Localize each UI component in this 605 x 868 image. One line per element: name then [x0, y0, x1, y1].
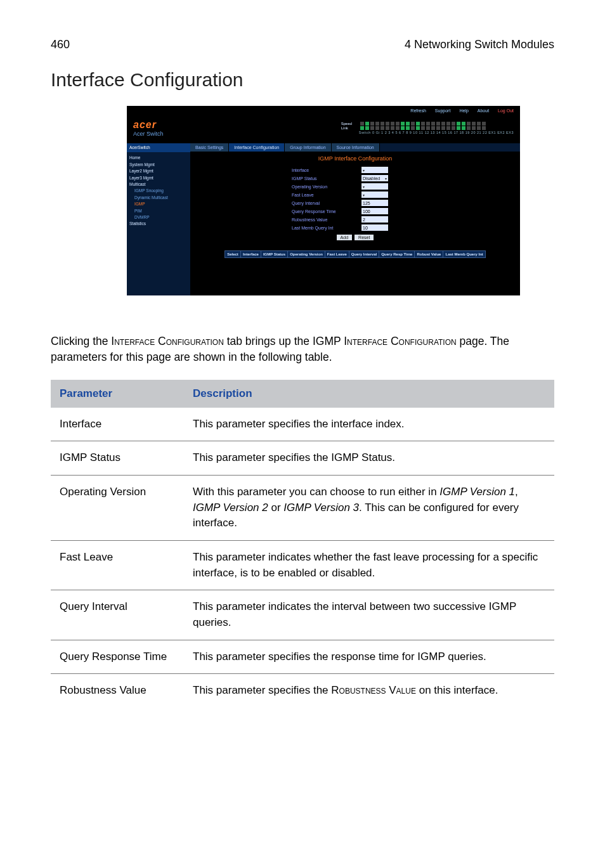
chevron-down-icon: ▾ — [363, 193, 365, 197]
desc-cell: This parameter specifies the Robustness … — [184, 674, 554, 708]
result-header: Fast Leave — [325, 251, 349, 258]
sidebar-item[interactable]: IGMP Snooping — [129, 188, 188, 194]
result-header: Robust Value — [415, 251, 443, 258]
sidebar-item[interactable]: PIM — [129, 208, 188, 214]
sidebar-item[interactable]: DVMRP — [129, 214, 188, 221]
text-fragment: , — [515, 486, 518, 498]
sidebar-item[interactable]: Statistics — [129, 221, 188, 227]
select-field[interactable]: Disabled▾ — [361, 175, 388, 181]
about-link[interactable]: About — [478, 108, 489, 113]
table-row: Query Response Time This parameter speci… — [51, 640, 554, 674]
speed-label: Speed — [341, 122, 359, 126]
text-fragment: This parameter specifies the — [193, 684, 331, 696]
select-field[interactable]: ▾ — [361, 183, 388, 190]
sidebar-item[interactable]: Layer3 Mgmt — [129, 175, 188, 181]
form-label: Operating Version — [292, 185, 361, 189]
desc-cell: With this parameter you can choose to ru… — [184, 476, 554, 541]
add-button[interactable]: Add — [337, 235, 352, 240]
italic-text: IGMP Version 3 — [283, 502, 359, 514]
select-field[interactable]: ▾ — [361, 167, 388, 173]
screenshot-topbar: Refresh Support Help About Log Out — [127, 106, 520, 115]
table-row: Interface This parameter specifies the i… — [51, 408, 554, 441]
page-header: 460 4 Networking Switch Modules — [51, 38, 554, 51]
text-fragment: on this interface. — [416, 684, 498, 696]
desc-cell: This parameter indicates whether the fas… — [184, 540, 554, 590]
tab[interactable]: Group Information — [285, 143, 331, 152]
desc-cell: This parameter specifies the interface i… — [184, 408, 554, 441]
result-header: Operating Version — [288, 251, 325, 258]
result-header: Select — [225, 251, 241, 258]
tab[interactable]: Basic Settings — [190, 143, 229, 152]
reset-button[interactable]: Reset — [355, 235, 374, 240]
result-header: Last Memb Query Int — [443, 251, 485, 258]
chevron-down-icon: ▾ — [363, 185, 365, 189]
sidebar-item[interactable]: Layer2 Mgmt — [129, 168, 188, 174]
text-field[interactable]: 100 — [361, 208, 388, 214]
table-row: IGMP Status This parameter specifies the… — [51, 441, 554, 476]
result-header: IGMP Status — [261, 251, 287, 258]
smallcaps-text: Robustness Value — [331, 684, 416, 696]
result-header: Interface — [240, 251, 261, 258]
text-field[interactable]: 125 — [361, 200, 388, 206]
logout-link[interactable]: Log Out — [498, 108, 514, 113]
screenshot-sidebar: AcerSwitch HomeSystem MgmtLayer2 MgmtLay… — [127, 143, 190, 295]
form-label: Robustness Value — [292, 217, 361, 222]
body-paragraph: Clicking the Interface Configuration tab… — [51, 334, 554, 366]
tab-name-smallcaps: Interface Configuration — [111, 335, 223, 347]
chevron-down-icon: ▾ — [385, 176, 387, 181]
panel-title: IGMP Interface Configuration — [190, 152, 520, 167]
table-row: Robustness Value This parameter specifie… — [51, 674, 554, 708]
parameter-table: Parameter Description Interface This par… — [51, 380, 554, 708]
text-fragment: Clicking the — [51, 335, 111, 347]
col-description: Description — [184, 380, 554, 408]
sidebar-item[interactable]: Dynamic Multicast — [129, 195, 188, 201]
result-table: SelectInterfaceIGMP StatusOperating Vers… — [224, 250, 486, 258]
config-form: Interface▾IGMP StatusDisabled▾Operating … — [292, 167, 419, 240]
refresh-link[interactable]: Refresh — [410, 108, 426, 113]
form-label: Last Memb Query Int — [292, 226, 361, 230]
text-fragment: With this parameter you can choose to ru… — [193, 486, 439, 498]
text-fragment: tab brings up the IGMP — [224, 335, 344, 347]
table-row: Operating Version With this parameter yo… — [51, 476, 554, 541]
param-cell: Query Interval — [51, 590, 184, 640]
select-field[interactable]: ▾ — [361, 191, 388, 198]
desc-cell: This parameter specifies the IGMP Status… — [184, 441, 554, 476]
tab[interactable]: Interface Configuration — [229, 143, 285, 152]
help-link[interactable]: Help — [459, 108, 468, 113]
param-cell: Operating Version — [51, 476, 184, 541]
form-label: Query Interval — [292, 201, 361, 205]
result-header: Query Interval — [349, 251, 379, 258]
sidebar-item[interactable]: System Mgmt — [129, 162, 188, 168]
page-name-smallcaps: Interface Configuration — [344, 335, 456, 347]
param-cell: IGMP Status — [51, 441, 184, 476]
link-label: Link — [341, 126, 359, 131]
col-parameter: Parameter — [51, 380, 184, 408]
text-field[interactable]: 2 — [361, 216, 388, 223]
param-cell: Robustness Value — [51, 674, 184, 708]
sidebar-item[interactable]: Home — [129, 155, 188, 161]
port-indicator: Speed Link Switch 0 Gi 1 2 3 4 5 6 7 8 9… — [341, 122, 514, 135]
chapter-title: 4 Networking Switch Modules — [405, 38, 554, 51]
text-fragment: or — [268, 502, 284, 514]
desc-cell: This parameter specifies the response ti… — [184, 640, 554, 674]
support-link[interactable]: Support — [435, 108, 451, 113]
form-label: IGMP Status — [292, 176, 361, 181]
form-label: Query Response Time — [292, 209, 361, 214]
logo: acer Acer Switch — [133, 119, 203, 137]
table-row: Fast Leave This parameter indicates whet… — [51, 540, 554, 590]
tab[interactable]: Source Information — [332, 143, 380, 152]
sidebar-item[interactable]: Multicast — [129, 181, 188, 188]
section-title: Interface Configuration — [51, 69, 554, 91]
result-header: Query Resp Time — [379, 251, 415, 258]
page-number: 460 — [51, 38, 70, 51]
embedded-screenshot: Refresh Support Help About Log Out acer … — [127, 106, 554, 295]
form-label: Fast Leave — [292, 193, 361, 197]
param-cell: Query Response Time — [51, 640, 184, 674]
param-cell: Interface — [51, 408, 184, 441]
desc-cell: This parameter indicates the interval be… — [184, 590, 554, 640]
text-field[interactable]: 10 — [361, 224, 388, 231]
sidebar-item[interactable]: IGMP — [129, 201, 188, 207]
italic-text: IGMP Version 1 — [439, 486, 515, 498]
table-row: Query Interval This parameter indicates … — [51, 590, 554, 640]
brand-subtitle: Acer Switch — [133, 131, 203, 137]
